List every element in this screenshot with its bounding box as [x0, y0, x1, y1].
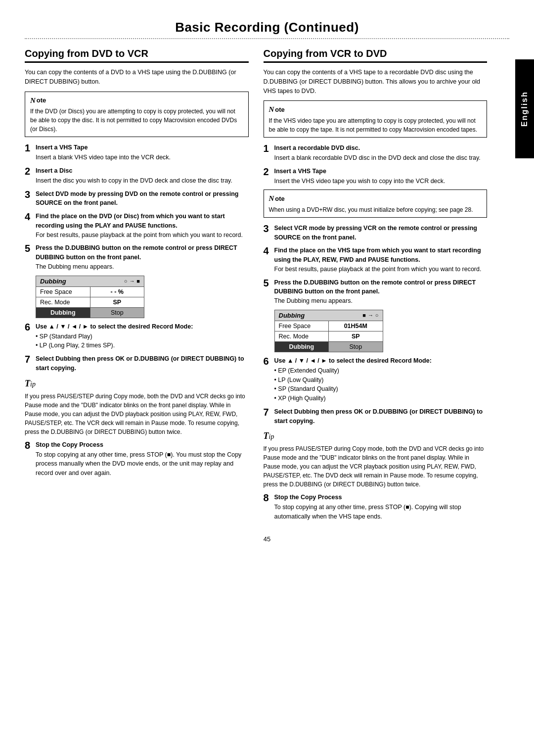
- page: English Basic Recording (Continued) Copy…: [0, 0, 534, 756]
- right-step-1: 1 Insert a recordable DVD disc. Insert a…: [264, 143, 488, 163]
- left-recmode-label: Rec. Mode: [36, 297, 90, 307]
- left-step-8-body: To stop copying at any other time, press…: [36, 450, 249, 478]
- left-dubbing-icons: ○ → ■: [124, 278, 140, 284]
- right-note-box-2: N ote When using a DVD+RW disc, you must…: [264, 189, 488, 218]
- right-dubbing-arrow-icon: →: [368, 312, 373, 318]
- right-step-8-body: To stop copying at any other time, press…: [274, 503, 488, 521]
- right-dubbing-title: Dubbing: [279, 312, 305, 319]
- right-step-7: 7 Select Dubbing then press OK or D.DUBB…: [264, 407, 488, 426]
- right-recmode-value: SP: [328, 331, 383, 341]
- dubbing-square-icon: ■: [136, 278, 140, 284]
- left-section-title: Copying from DVD to VCR: [25, 48, 249, 63]
- left-note-box: N ote If the DVD (or Discs) you are atte…: [25, 92, 249, 138]
- left-dubbing-header: Dubbing ○ → ■: [36, 276, 144, 287]
- right-dubbing-circle-icon: ○: [375, 312, 379, 318]
- right-freespace-label: Free Space: [275, 321, 329, 331]
- right-tip-box: Tip If you press PAUSE/STEP during Copy …: [264, 429, 488, 489]
- left-freespace-value: - - %: [90, 287, 144, 297]
- right-step-6: 6 Use ▲ / ▼ / ◄ / ► to select the desire…: [264, 356, 488, 403]
- two-column-layout: Copying from DVD to VCR You can copy the…: [25, 48, 487, 525]
- right-step-6-bullets: • EP (Extended Quality) • LP (Low Qualit…: [274, 366, 488, 403]
- left-step-6-bullets: • SP (Standard Play) • LP (Long Play, 2 …: [36, 332, 249, 351]
- left-freespace-label: Free Space: [36, 287, 90, 297]
- right-step-2: 2 Insert a VHS Tape Insert the VHS video…: [264, 167, 488, 186]
- left-dubbing-buttons: Dubbing Stop: [36, 308, 144, 318]
- right-note-n-icon-2: N: [269, 193, 274, 204]
- left-section-intro: You can copy the contents of a DVD to a …: [25, 68, 249, 87]
- right-dubbing-btn[interactable]: Dubbing: [275, 342, 329, 352]
- left-step-2: 2 Insert a Disc Insert the disc you wish…: [25, 166, 249, 186]
- note-n-icon: N: [30, 95, 36, 106]
- right-dubbing-row-recmode: Rec. Mode SP: [275, 331, 383, 342]
- right-tip-body: If you press PAUSE/STEP during Copy mode…: [264, 444, 488, 489]
- right-step-3: 3 Select VCR mode by pressing VCR on the…: [264, 224, 488, 242]
- right-freespace-value: 01H54M: [328, 321, 383, 331]
- left-recmode-value: SP: [90, 297, 144, 307]
- left-step-4: 4 Find the place on the DVD (or Disc) fr…: [25, 212, 249, 239]
- english-sidebar: English: [515, 59, 534, 158]
- right-dubbing-table-container: Dubbing ■ → ○ Free Space 01H54M Rec. Mod…: [274, 310, 488, 352]
- right-column: Copying from VCR to DVD You can copy the…: [264, 48, 488, 525]
- right-dubbing-square-icon: ■: [362, 312, 366, 318]
- right-note-body-2: When using a DVD+RW disc, you must initi…: [269, 205, 482, 214]
- title-divider: [25, 38, 509, 39]
- right-dubbing-icons: ■ → ○: [362, 312, 378, 318]
- right-note-header-2: N ote: [269, 193, 482, 204]
- right-step-4: 4 Find the place on the VHS tape from wh…: [264, 246, 488, 274]
- left-step-6: 6 Use ▲ / ▼ / ◄ / ► to select the desire…: [25, 322, 249, 351]
- right-step-8: 8 Stop the Copy Process To stop copying …: [264, 493, 488, 521]
- left-tip-body: If you press PAUSE/STEP during Copy mode…: [25, 392, 249, 436]
- left-dubbing-btn[interactable]: Dubbing: [36, 308, 90, 318]
- left-dubbing-table: Dubbing ○ → ■ Free Space - - % Rec. Mode: [36, 276, 144, 318]
- left-step-3: 3 Select DVD mode by pressing DVD on the…: [25, 189, 249, 208]
- note-header-text: ote: [37, 95, 46, 105]
- dubbing-circle-icon: ○: [124, 278, 128, 284]
- right-section-intro: You can copy the contents of a VHS tape …: [264, 68, 488, 95]
- page-number: 45: [25, 535, 509, 543]
- right-note-header-1: N ote: [269, 104, 482, 115]
- left-note-header: N ote: [30, 95, 243, 106]
- left-step-1: 1 Insert a VHS Tape Insert a blank VHS v…: [25, 143, 249, 162]
- left-dubbing-row-buttons: Dubbing Stop: [36, 308, 144, 318]
- left-tip-header: ip: [30, 380, 36, 388]
- right-note-box-1: N ote If the VHS video tape you are atte…: [264, 100, 488, 138]
- right-section-title: Copying from VCR to DVD: [264, 48, 488, 63]
- left-note-body: If the DVD (or Discs) you are attempting…: [30, 107, 243, 134]
- right-dubbing-row-freespace: Free Space 01H54M: [275, 321, 383, 331]
- right-note-header-text-2: ote: [275, 194, 285, 204]
- right-dubbing-header: Dubbing ■ → ○: [275, 310, 383, 321]
- left-dubbing-row-recmode: Rec. Mode SP: [36, 297, 144, 308]
- right-tip-t-icon: T: [264, 431, 269, 441]
- right-note-n-icon-1: N: [269, 104, 274, 115]
- left-tip-t-icon: T: [25, 378, 30, 388]
- left-dubbing-table-container: Dubbing ○ → ■ Free Space - - % Rec. Mode: [36, 276, 249, 318]
- right-dubbing-buttons: Dubbing Stop: [275, 342, 383, 352]
- right-recmode-label: Rec. Mode: [275, 331, 329, 341]
- right-note-header-text-1: ote: [275, 105, 285, 115]
- left-step-8: 8 Stop the Copy Process To stop copying …: [25, 440, 249, 478]
- left-dubbing-row-freespace: Free Space - - %: [36, 287, 144, 297]
- left-dubbing-title: Dubbing: [40, 278, 66, 285]
- english-label: English: [520, 91, 529, 127]
- dubbing-arrow-icon: →: [129, 278, 134, 284]
- right-dubbing-row-buttons: Dubbing Stop: [275, 342, 383, 352]
- left-tip-box: Tip If you press PAUSE/STEP during Copy …: [25, 377, 249, 436]
- right-stop-btn[interactable]: Stop: [328, 342, 383, 352]
- right-step-5: 5 Press the D.DUBBING button on the remo…: [264, 278, 488, 306]
- left-column: Copying from DVD to VCR You can copy the…: [25, 48, 249, 525]
- left-stop-btn[interactable]: Stop: [90, 308, 144, 318]
- right-tip-header: ip: [269, 433, 274, 440]
- right-dubbing-table: Dubbing ■ → ○ Free Space 01H54M Rec. Mod…: [274, 310, 383, 352]
- page-title: Basic Recording (Continued): [25, 20, 509, 35]
- left-step-5: 5 Press the D.DUBBING button on the remo…: [25, 243, 249, 271]
- left-step-7: 7 Select Dubbing then press OK or D.DUBB…: [25, 354, 249, 373]
- right-note-body-1: If the VHS video tape you are attempting…: [269, 116, 482, 134]
